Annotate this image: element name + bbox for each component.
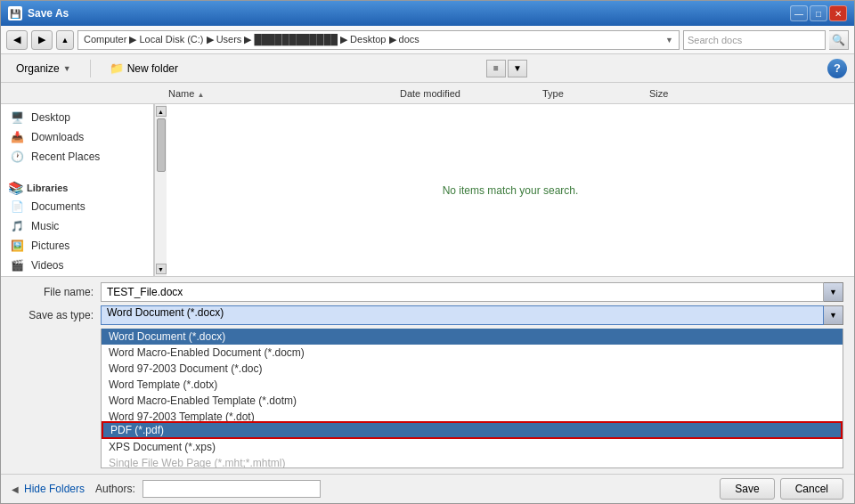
sidebar: 🖥️ Desktop 📥 Downloads 🕐 Recent Places 📚… [1, 104, 154, 276]
saveas-dropdown[interactable]: ▼ [824, 305, 843, 325]
sidebar-item-label: Documents [31, 200, 86, 213]
bottom-panel: File name: ▼ Save as type: Word Document… [1, 276, 854, 474]
organize-label: Organize [16, 62, 60, 75]
videos-icon: 🎬 [8, 258, 26, 272]
toolbar-divider [90, 60, 91, 77]
saveas-selected-text: Word Document (*.docx) [107, 306, 224, 319]
authors-actions-row: ◀ Hide Folders Authors: Save Cancel [1, 474, 854, 503]
search-button[interactable]: 🔍 [829, 30, 849, 50]
libraries-icon: 📚 [8, 181, 23, 195]
sidebar-item-label: Desktop [31, 111, 70, 124]
dropdown-item-6[interactable]: PDF (*.pdf) [102, 421, 843, 439]
save-button[interactable]: Save [720, 478, 774, 500]
libraries-header[interactable]: 📚 Libraries [1, 177, 153, 197]
organize-button[interactable]: Organize ▼ [8, 59, 79, 78]
saveas-label: Save as type: [12, 309, 101, 321]
filename-label: File name: [12, 286, 101, 298]
hide-folders-label[interactable]: Hide Folders [24, 483, 85, 495]
col-size[interactable]: Size [642, 88, 731, 99]
authors-row: Authors: [85, 480, 720, 498]
filename-row: File name: ▼ [12, 282, 843, 302]
filename-input[interactable] [101, 282, 824, 302]
view-toggle: ≡ ▼ [486, 60, 527, 77]
dropdown-item-7[interactable]: XPS Document (*.xps) [102, 439, 843, 455]
sidebar-scrollbar[interactable]: ▲ ▼ [154, 104, 167, 276]
dropdown-item-0[interactable]: Word Document (*.docx) [102, 329, 843, 345]
minimize-button[interactable]: — [790, 5, 808, 21]
search-input[interactable]: Search docs [683, 30, 826, 50]
forward-button[interactable]: ▶ [31, 30, 53, 50]
cancel-button[interactable]: Cancel [780, 478, 843, 500]
recent-icon: 🕐 [8, 150, 26, 164]
column-headers: Name ▲ Date modified Type Size [1, 83, 854, 104]
col-date[interactable]: Date modified [393, 88, 535, 99]
col-name[interactable]: Name ▲ [161, 88, 393, 99]
title-bar: 💾 Save As — □ ✕ [1, 1, 854, 26]
downloads-icon: 📥 [8, 130, 26, 144]
dropdown-item-3[interactable]: Word Template (*.dotx) [102, 377, 843, 393]
authors-label: Authors: [95, 483, 142, 495]
new-folder-label: New folder [127, 62, 178, 75]
file-type-dropdown-list: Word Document (*.docx) Word Macro-Enable… [101, 329, 843, 468]
close-button[interactable]: ✕ [829, 5, 847, 21]
sidebar-item-label: Recent Places [31, 150, 100, 163]
sidebar-item-videos[interactable]: 🎬 Videos [1, 256, 153, 275]
sidebar-item-label: Downloads [31, 131, 84, 143]
breadcrumb[interactable]: Computer ▶ Local Disk (C:) ▶ Users ▶ ███… [77, 30, 680, 50]
sidebar-item-documents[interactable]: 📄 Documents [1, 197, 153, 216]
scroll-up-button[interactable]: ▲ [156, 106, 167, 117]
libraries-label: Libraries [27, 183, 68, 193]
help-button[interactable]: ? [827, 59, 847, 78]
saveas-select[interactable]: Word Document (*.docx) [101, 305, 824, 325]
window-controls: — □ ✕ [790, 5, 847, 21]
sidebar-item-desktop[interactable]: 🖥️ Desktop [1, 108, 153, 127]
sidebar-item-downloads[interactable]: 📥 Downloads [1, 127, 153, 147]
sidebar-item-pictures[interactable]: 🖼️ Pictures [1, 236, 153, 256]
view-arrow-button[interactable]: ▼ [508, 60, 527, 77]
sidebar-item-music[interactable]: 🎵 Music [1, 216, 153, 236]
desktop-icon: 🖥️ [8, 110, 26, 125]
organize-arrow: ▼ [63, 64, 71, 73]
maximize-button[interactable]: □ [810, 5, 827, 21]
dropdown-item-8[interactable]: Single File Web Page (*.mht;*.mhtml) [102, 455, 843, 467]
scroll-down-button[interactable]: ▼ [156, 264, 167, 274]
sidebar-item-label: Music [31, 220, 59, 232]
sidebar-item-recent[interactable]: 🕐 Recent Places [1, 147, 153, 167]
address-bar: ◀ ▶ ▲ Computer ▶ Local Disk (C:) ▶ Users… [1, 26, 854, 54]
action-buttons: Save Cancel [720, 478, 843, 500]
saveas-row: Save as type: Word Document (*.docx) ▼ [12, 305, 843, 325]
content-area: No items match your search. [167, 104, 854, 276]
empty-message: No items match your search. [443, 184, 579, 197]
authors-input[interactable] [142, 480, 321, 498]
hide-folders-arrow: ◀ [12, 484, 19, 494]
music-icon: 🎵 [8, 219, 26, 233]
sidebar-item-label: Pictures [31, 240, 69, 252]
main-area: 🖥️ Desktop 📥 Downloads 🕐 Recent Places 📚… [1, 104, 854, 276]
new-folder-icon: 📁 [110, 61, 124, 75]
dropdown-item-4[interactable]: Word Macro-Enabled Template (*.dotm) [102, 393, 843, 409]
col-type[interactable]: Type [535, 88, 642, 99]
dropdown-item-1[interactable]: Word Macro-Enabled Document (*.docm) [102, 345, 843, 361]
window-title: Save As [28, 7, 790, 20]
up-button[interactable]: ▲ [56, 30, 74, 50]
favorites-section: 🖥️ Desktop 📥 Downloads 🕐 Recent Places [1, 108, 153, 167]
search-placeholder: Search docs [688, 35, 742, 45]
window-icon: 💾 [8, 6, 22, 20]
dropdown-item-2[interactable]: Word 97-2003 Document (*.doc) [102, 361, 843, 377]
toolbar: Organize ▼ 📁 New folder ≡ ▼ ? [1, 54, 854, 83]
sidebar-item-label: Videos [31, 259, 63, 272]
pictures-icon: 🖼️ [8, 239, 26, 253]
back-button[interactable]: ◀ [6, 30, 28, 50]
breadcrumb-path: Computer ▶ Local Disk (C:) ▶ Users ▶ ███… [84, 34, 419, 45]
save-as-window: 💾 Save As — □ ✕ ◀ ▶ ▲ Computer ▶ Local D… [0, 0, 855, 504]
documents-icon: 📄 [8, 199, 26, 214]
filename-dropdown[interactable]: ▼ [824, 282, 843, 302]
view-list-button[interactable]: ≡ [486, 60, 506, 77]
libraries-section: 📚 Libraries 📄 Documents 🎵 Music 🖼️ Pictu… [1, 177, 153, 275]
new-folder-button[interactable]: 📁 New folder [102, 58, 186, 78]
hide-folders-group: ◀ Hide Folders [12, 483, 85, 495]
dropdown-item-5[interactable]: Word 97-2003 Template (*.dot) [102, 409, 843, 421]
scroll-thumb[interactable] [157, 118, 166, 172]
